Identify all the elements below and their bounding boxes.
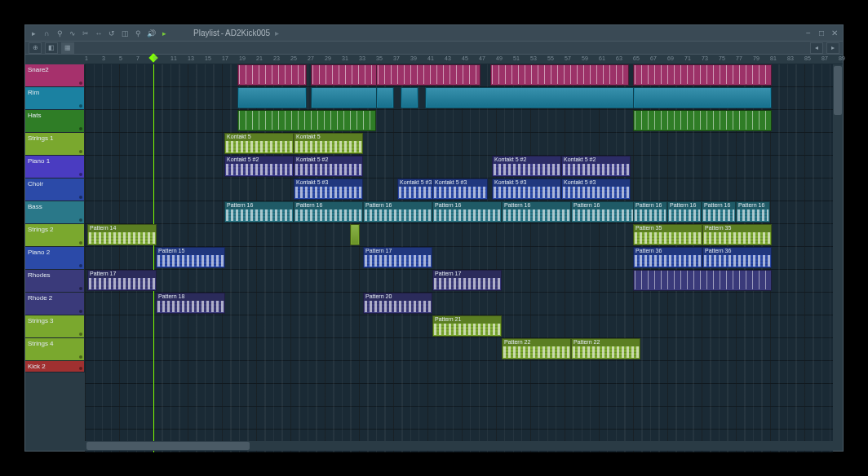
clip[interactable]: Pattern 35: [633, 224, 702, 245]
clip[interactable]: Pattern 21: [432, 315, 502, 337]
clip[interactable]: Pattern 35: [702, 224, 772, 245]
clip[interactable]: Pattern 16: [294, 201, 363, 223]
snap-tool[interactable]: ◧: [45, 42, 58, 54]
clip[interactable]: Kontakt 5 #3: [492, 178, 561, 200]
clip[interactable]: Kontakt 5: [224, 133, 294, 154]
clip[interactable]: Pattern 16: [633, 201, 667, 223]
clip-notes: [704, 232, 770, 244]
clip[interactable]: Kontakt 5 #3: [561, 178, 631, 200]
clip[interactable]: Kontakt 5 #3: [432, 178, 488, 200]
clip[interactable]: [311, 64, 380, 86]
clip[interactable]: Kontakt 5 #2: [224, 156, 294, 177]
clip-label: Kontakt 5 #3: [294, 179, 362, 187]
track-header[interactable]: Strings 2: [25, 224, 85, 247]
speaker-icon[interactable]: 🔊: [146, 29, 156, 38]
track-name-label: Strings 3: [28, 317, 54, 324]
clip[interactable]: Pattern 16: [702, 201, 736, 223]
track-header[interactable]: Strings 3: [25, 315, 85, 338]
clip[interactable]: [376, 87, 394, 108]
clip[interactable]: Pattern 15: [156, 247, 225, 268]
ruler-tick: 7: [136, 55, 140, 61]
clip[interactable]: [401, 87, 418, 108]
clip[interactable]: Pattern 16: [736, 201, 770, 223]
clip[interactable]: [633, 87, 772, 108]
minimize-button[interactable]: −: [804, 29, 813, 38]
clip[interactable]: [490, 64, 629, 86]
track-header[interactable]: Hats: [25, 110, 85, 133]
clip[interactable]: [311, 87, 380, 108]
scroll-left-icon[interactable]: ◂: [810, 42, 823, 54]
wave-icon[interactable]: ∿: [68, 29, 78, 38]
ruler-tick: 13: [188, 55, 194, 61]
scrollbar-horizontal[interactable]: [85, 441, 833, 451]
arrows-icon[interactable]: ↔: [94, 29, 104, 38]
close-button[interactable]: ✕: [830, 29, 839, 38]
cut-icon[interactable]: ✂: [81, 29, 91, 38]
clip[interactable]: Pattern 16: [432, 201, 502, 223]
pattern-tool[interactable]: ▦: [61, 42, 74, 54]
track-header[interactable]: Strings 4: [25, 338, 85, 361]
track-header[interactable]: Kick 2: [25, 361, 85, 372]
clip[interactable]: Kontakt 5 #2: [492, 156, 561, 177]
track-header[interactable]: Bass: [25, 201, 85, 224]
marquee-icon[interactable]: ◫: [120, 29, 130, 38]
clip[interactable]: Kontakt 5 #2: [561, 156, 631, 177]
clip[interactable]: [237, 110, 376, 131]
track-header[interactable]: Rim: [25, 87, 85, 110]
clip[interactable]: Pattern 16: [502, 201, 571, 223]
clip-label: Pattern 17: [433, 271, 501, 278]
playhead-line[interactable]: [153, 64, 154, 452]
clip[interactable]: Pattern 17: [87, 270, 157, 291]
clip[interactable]: Pattern 22: [571, 338, 640, 359]
magnet-tool[interactable]: ⊕: [29, 42, 42, 54]
clip[interactable]: Pattern 17: [363, 247, 432, 268]
clip[interactable]: Pattern 16: [363, 201, 432, 223]
clip[interactable]: Kontakt 5: [294, 133, 363, 154]
clip[interactable]: [633, 270, 772, 291]
scroll-thumb-h[interactable]: [86, 442, 250, 450]
track-header[interactable]: Piano 1: [25, 156, 85, 178]
play-icon[interactable]: ▸: [159, 29, 169, 38]
scroll-right-icon[interactable]: ▸: [826, 42, 839, 54]
clip[interactable]: Pattern 16: [667, 201, 702, 223]
track-name-label: Piano 1: [28, 157, 50, 165]
maximize-button[interactable]: □: [817, 29, 826, 38]
clip[interactable]: Pattern 36: [702, 247, 772, 268]
clip[interactable]: Kontakt 5 #3: [294, 178, 363, 200]
link-icon[interactable]: ⚲: [55, 29, 64, 38]
clip[interactable]: [633, 110, 772, 131]
track-header[interactable]: Strings 1: [25, 133, 85, 156]
arrangement-grid[interactable]: Kontakt 5Kontakt 5Kontakt 5 #2Kontakt 5 …: [85, 64, 833, 452]
clip[interactable]: Pattern 20: [363, 293, 432, 314]
clip[interactable]: Pattern 36: [633, 247, 702, 268]
clip[interactable]: Pattern 16: [224, 201, 294, 223]
menu-icon[interactable]: ▸: [29, 29, 38, 38]
scroll-thumb-v[interactable]: [834, 66, 842, 115]
track-header[interactable]: Snare2: [25, 64, 85, 87]
scrollbar-vertical[interactable]: [833, 64, 843, 441]
track-header[interactable]: Rhodes: [25, 270, 85, 293]
zoom-icon[interactable]: ⚲: [133, 29, 143, 38]
title-chevron-icon[interactable]: ▸: [275, 29, 279, 37]
clip[interactable]: [633, 64, 772, 86]
track-header[interactable]: Rhode 2: [25, 293, 85, 315]
clip[interactable]: [425, 87, 636, 108]
undo-icon[interactable]: ↺: [107, 29, 117, 38]
clip[interactable]: Pattern 22: [502, 338, 571, 359]
headphones-icon[interactable]: ∩: [42, 29, 51, 38]
track-header[interactable]: Choir: [25, 178, 85, 201]
clip-label: Kontakt 5 #3: [433, 179, 487, 187]
clip[interactable]: Kontakt 5 #2: [294, 156, 363, 177]
timeline-ruler[interactable]: 1357911131517192123252729313335373941434…: [85, 55, 843, 64]
clip[interactable]: Pattern 14: [87, 224, 157, 245]
clip[interactable]: [376, 64, 480, 86]
clip[interactable]: [350, 224, 360, 245]
clip-label: Pattern 35: [703, 225, 771, 232]
clip[interactable]: Pattern 16: [571, 201, 640, 223]
track-header[interactable]: Piano 2: [25, 247, 85, 270]
clip[interactable]: [237, 87, 307, 108]
clip[interactable]: [237, 64, 307, 86]
ruler-tick: 21: [256, 55, 263, 61]
clip[interactable]: Pattern 18: [156, 293, 225, 314]
clip[interactable]: Pattern 17: [432, 270, 502, 291]
